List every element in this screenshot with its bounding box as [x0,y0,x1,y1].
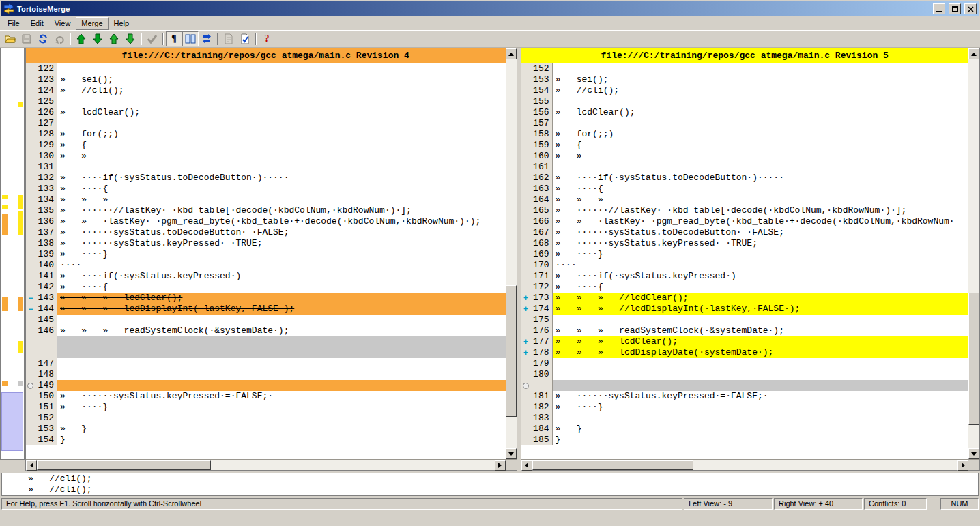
code-line[interactable]: 123» sei(); [26,74,506,85]
code-line[interactable]: 129» { [26,140,506,151]
menu-help[interactable]: Help [109,17,135,30]
code-line[interactable]: 176» » » readSystemClock(·&systemDate·); [521,325,969,336]
scrollbar-thumb[interactable] [506,285,517,418]
scroll-up-button[interactable] [968,48,979,59]
code-line[interactable]: +173» » » //lcdClear(); [521,293,969,304]
open-button[interactable] [2,31,18,46]
scrollbar-track[interactable] [506,59,517,448]
code-line[interactable]: 134» » » [26,194,506,205]
show-whitespace-button[interactable]: ¶ [166,31,182,46]
code-line[interactable]: 124» //cli(); [26,85,506,96]
code-line[interactable]: 126» lcdClear(); [26,107,506,118]
next-conflict-button[interactable] [122,31,139,46]
code-line[interactable]: 154} [26,435,506,445]
maximize-button[interactable] [949,3,961,14]
right-code-area[interactable]: 152153» sei();154» //cli();155156» lcdCl… [521,63,969,459]
code-line[interactable]: 161 [521,162,969,173]
code-line[interactable]: 180 [521,369,969,380]
code-line[interactable]: 152 [26,413,506,424]
two-pane-view-button[interactable] [182,31,199,46]
code-line[interactable]: 135» ······//lastKey·=·kbd_table[·decode… [26,205,506,216]
scroll-right-button[interactable] [495,460,506,471]
menu-merge[interactable]: Merge [76,17,108,30]
switch-views-button[interactable] [199,31,215,46]
code-line[interactable]: 164» » » [521,194,969,205]
code-line[interactable]: −143» » » lcdClear(); [26,293,506,304]
code-line[interactable]: 171» ····if(·sysStatus.keyPressed·) [521,271,969,282]
scroll-up-button[interactable] [506,48,517,59]
code-line[interactable]: 151» ····} [26,402,506,413]
code-line[interactable]: 145 [26,315,506,325]
locator-viewport[interactable] [1,392,23,451]
scroll-left-button[interactable] [521,460,532,471]
scroll-down-button[interactable] [968,448,979,459]
code-line[interactable]: 168» ······sysStatus.keyPressed·=·TRUE; [521,238,969,249]
scrollbar-thumb[interactable] [37,460,211,470]
menu-view[interactable]: View [49,17,76,30]
close-button[interactable] [964,3,977,14]
code-line[interactable]: 142» ····{ [26,282,506,293]
right-horizontal-scrollbar[interactable] [521,460,969,470]
code-line[interactable]: 159» { [521,140,969,151]
scrollbar-track[interactable] [532,460,958,470]
left-code-area[interactable]: 122123» sei();124» //cli();125126» lcdCl… [26,63,506,459]
code-line[interactable]: 169» ····} [521,249,969,260]
code-line[interactable]: 157 [521,118,969,129]
edit-mode-button[interactable] [237,31,253,46]
mark-resolved-button[interactable] [144,31,160,46]
code-line[interactable]: −144» » » lcdDisplayInt(·lastKey,·FALSE·… [26,304,506,315]
code-line[interactable]: 158» for(;;) [521,129,969,140]
help-button[interactable]: ? [259,31,275,46]
code-line[interactable]: 152 [521,63,969,74]
code-line[interactable]: 163» ····{ [521,184,969,194]
code-line[interactable]: 181» ······sysStatus.keyPressed·=·FALSE;… [521,391,969,402]
code-line[interactable]: 125 [26,96,506,107]
undo-button[interactable] [51,31,68,46]
code-line[interactable]: 128» for(;;) [26,129,506,140]
filler-row[interactable] [521,380,969,391]
code-line[interactable]: 137» ······sysStatus.toDecodeButton·=·FA… [26,227,506,238]
titlebar[interactable]: TortoiseMerge [1,1,979,16]
code-line[interactable]: 149 [26,380,506,391]
code-line[interactable]: +177» » » lcdClear(); [521,336,969,347]
left-horizontal-scrollbar[interactable] [26,460,506,470]
reload-button[interactable] [35,31,51,46]
code-line[interactable]: 185} [521,435,969,445]
code-line[interactable]: 172» ····{ [521,282,969,293]
code-line[interactable]: 141» ····if(·sysStatus.keyPressed·) [26,271,506,282]
code-line[interactable]: 165» ······//lastKey·=·kbd_table[·decode… [521,205,969,216]
scroll-down-button[interactable] [506,448,517,459]
code-line[interactable]: 179 [521,358,969,369]
code-line[interactable]: +174» » » //lcdDisplayInt(·lastKey,·FALS… [521,304,969,315]
scrollbar-thumb[interactable] [968,293,979,425]
code-line[interactable]: 140···· [26,260,506,271]
code-line[interactable]: 131 [26,162,506,173]
code-line[interactable]: 156» lcdClear(); [521,107,969,118]
prev-difference-button[interactable] [73,31,89,46]
code-line[interactable]: 167» ······sysStatus.toDecodeButton·=·FA… [521,227,969,238]
code-line[interactable]: 155 [521,96,969,107]
code-line[interactable]: 133» ····{ [26,184,506,194]
diff-locator-bar[interactable] [0,48,25,460]
scrollbar-track[interactable] [37,460,495,470]
code-line[interactable]: 162» ····if(·sysStatus.toDecodeButton·)·… [521,173,969,184]
code-line[interactable]: 154» //cli(); [521,85,969,96]
save-button[interactable] [18,31,35,46]
code-line[interactable]: 130» » [26,151,506,162]
scroll-left-button[interactable] [26,460,37,471]
filler-row[interactable] [26,347,506,358]
code-line[interactable]: 182» ····} [521,402,969,413]
scroll-right-button[interactable] [957,460,968,471]
code-line[interactable]: 132» ····if(·sysStatus.toDecodeButton·)·… [26,173,506,184]
code-line[interactable]: 153» } [26,424,506,435]
menu-edit[interactable]: Edit [25,17,49,30]
right-vertical-scrollbar[interactable] [968,48,979,459]
code-line[interactable]: 127 [26,118,506,129]
code-line[interactable]: 153» sei(); [521,74,969,85]
code-line[interactable]: 139» ····} [26,249,506,260]
next-difference-button[interactable] [89,31,106,46]
code-line[interactable]: 175 [521,315,969,325]
code-line[interactable]: 138» ······sysStatus.keyPressed·=·TRUE; [26,238,506,249]
code-line[interactable]: 136» » ·lastKey·=·pgm_read_byte(·kbd_tab… [26,216,506,227]
scrollbar-thumb[interactable] [532,460,694,470]
